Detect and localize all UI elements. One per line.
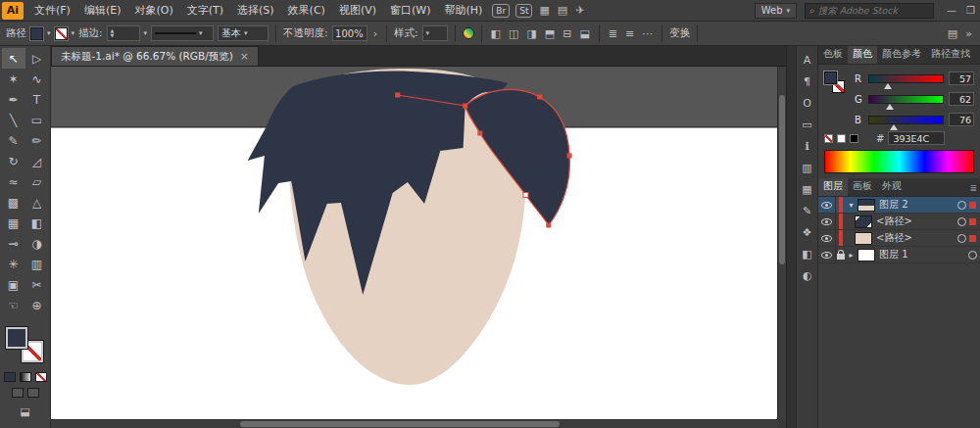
align-left-icon[interactable]: ◧	[489, 27, 503, 40]
chevron-down-icon[interactable]: ▾	[144, 29, 148, 37]
graph-panel-icon[interactable]: ▥	[798, 159, 817, 177]
variable-width-profile-dropdown[interactable]: 基本 ▾	[218, 25, 269, 41]
none-mode-button[interactable]	[35, 372, 47, 382]
vertical-scrollbar[interactable]	[777, 67, 786, 419]
tab-swatches[interactable]: 色板	[818, 46, 848, 64]
magic-wand-tool[interactable]: ✶	[2, 69, 25, 89]
green-value-box[interactable]: 62	[949, 92, 974, 106]
lock-toggle[interactable]	[836, 247, 845, 262]
menu-type[interactable]: 文字(T)	[180, 0, 230, 21]
blue-value-box[interactable]: 76	[949, 113, 974, 126]
stock-search-box[interactable]: ⌕	[805, 3, 934, 19]
lock-toggle[interactable]	[836, 197, 845, 213]
style-dropdown[interactable]: ▾	[422, 25, 448, 41]
direct-selection-tool[interactable]: ▷	[25, 48, 49, 69]
symbol-sprayer-tool[interactable]: ✳	[2, 254, 25, 274]
app-logo-icon[interactable]: Ai	[2, 2, 24, 20]
symbols-panel-icon[interactable]: ❖	[798, 223, 817, 242]
layer-thumbnail[interactable]	[855, 215, 872, 228]
bridge-button[interactable]: Br	[492, 4, 510, 18]
stepper-arrows-icon[interactable]: ▲▼	[111, 28, 115, 38]
align-v-center-icon[interactable]: ⊟	[561, 27, 573, 40]
none-swatch[interactable]	[824, 134, 833, 143]
transform-link[interactable]: 变换	[669, 26, 690, 40]
anchor-point[interactable]	[523, 193, 528, 198]
fill-swatch[interactable]	[6, 327, 27, 349]
layer-thumbnail[interactable]	[858, 249, 875, 262]
color-mode-button[interactable]	[4, 372, 16, 382]
visibility-toggle[interactable]	[818, 214, 836, 229]
brushes-panel-icon[interactable]: ✎	[798, 202, 817, 220]
draw-normal-button[interactable]	[12, 388, 24, 398]
selection-indicator[interactable]	[969, 202, 976, 209]
anchor-point[interactable]	[567, 154, 572, 159]
visibility-toggle[interactable]	[818, 247, 836, 262]
gradient-mode-button[interactable]	[20, 372, 31, 382]
horizontal-scrollbar-thumb[interactable]	[240, 421, 560, 427]
layer-thumbnail[interactable]	[855, 232, 872, 245]
pencil-tool[interactable]: ✏	[25, 130, 49, 151]
layer-row-layer1[interactable]: ▸ 图层 1	[818, 247, 980, 263]
panel-menu-icon[interactable]: ≣	[966, 180, 980, 196]
layer-thumbnail[interactable]	[858, 199, 875, 212]
menu-select[interactable]: 选择(S)	[230, 0, 281, 21]
search-input[interactable]	[818, 5, 929, 16]
align-top-icon[interactable]: ⬒	[543, 27, 557, 40]
recolor-artwork-icon[interactable]	[463, 27, 474, 39]
draw-behind-button[interactable]	[27, 388, 39, 398]
paintbrush-tool[interactable]: ✎	[2, 130, 25, 151]
anchor-point[interactable]	[463, 104, 467, 109]
pen-tool[interactable]: ✒	[2, 89, 25, 110]
menu-view[interactable]: 视图(V)	[332, 0, 383, 21]
layer-name[interactable]: <路径>	[876, 214, 955, 228]
align-h-center-icon[interactable]: ◫	[507, 27, 520, 40]
menu-effect[interactable]: 效果(C)	[281, 0, 332, 21]
layer-name[interactable]: 图层 1	[879, 248, 965, 262]
stroke-weight-stepper[interactable]: ▲▼	[107, 25, 140, 41]
layer-name[interactable]: <路径>	[876, 231, 955, 245]
anchor-point[interactable]	[546, 223, 551, 228]
selection-tool[interactable]: ↖	[2, 48, 25, 69]
color-spectrum[interactable]	[824, 150, 974, 173]
red-slider-thumb[interactable]	[884, 79, 892, 89]
blue-slider[interactable]	[868, 116, 944, 124]
menu-object[interactable]: 对象(O)	[127, 0, 179, 21]
blue-slider-thumb[interactable]	[890, 120, 898, 130]
width-tool[interactable]: ≈	[2, 171, 25, 192]
panel-menu-icon[interactable]: ▤	[946, 27, 959, 40]
expand-caret-icon[interactable]: ▾	[845, 201, 858, 210]
opacity-chevron-icon[interactable]: ›	[371, 27, 379, 40]
tab-pathfinder[interactable]: 路径查找	[926, 46, 975, 64]
close-icon[interactable]: ×	[240, 50, 249, 63]
layer-row-layer2[interactable]: ▾ 图层 2	[818, 197, 980, 214]
layer-row-path1[interactable]: <路径>	[818, 214, 980, 230]
green-slider[interactable]	[868, 95, 944, 104]
zoom-tool[interactable]: ⊕	[25, 295, 49, 315]
opentype-panel-icon[interactable]: O	[798, 94, 817, 113]
visibility-toggle[interactable]	[818, 230, 836, 246]
arrange-documents-icon[interactable]: ▦	[535, 4, 553, 17]
fill-swatch[interactable]	[824, 71, 837, 84]
column-graph-tool[interactable]: ▥	[25, 254, 49, 274]
menu-edit[interactable]: 编辑(E)	[77, 0, 128, 21]
blend-tool[interactable]: ◑	[25, 233, 49, 254]
type-tool[interactable]: T	[25, 89, 49, 110]
lock-toggle[interactable]	[836, 214, 845, 229]
perspective-grid-tool[interactable]: △	[25, 192, 49, 213]
line-segment-tool[interactable]: ╲	[2, 110, 25, 130]
anchor-point[interactable]	[395, 93, 400, 98]
stock-button[interactable]: St	[515, 4, 532, 18]
mesh-tool[interactable]: ▦	[2, 213, 25, 233]
stroke-color-swatch[interactable]	[55, 27, 68, 40]
distribute-center-icon[interactable]: ≡	[623, 27, 636, 40]
scale-tool[interactable]: ◿	[25, 151, 49, 171]
tab-color-guide[interactable]: 颜色参考	[877, 46, 926, 64]
target-circle[interactable]	[957, 201, 966, 210]
eyedropper-tool[interactable]: ⊸	[2, 233, 25, 254]
menu-window[interactable]: 窗口(W)	[383, 0, 437, 21]
fill-color-swatch[interactable]	[30, 27, 43, 40]
white-swatch[interactable]	[837, 134, 846, 143]
restore-icon[interactable]: ❐	[961, 5, 980, 16]
target-circle[interactable]	[968, 251, 977, 260]
target-circle[interactable]	[957, 234, 966, 243]
